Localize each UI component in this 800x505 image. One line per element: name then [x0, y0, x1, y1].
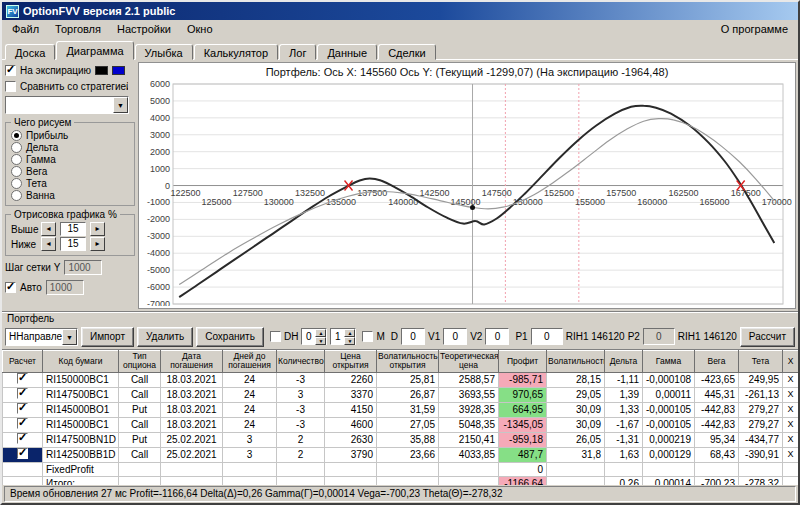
gamma-cell: 0,000219: [643, 432, 695, 447]
column-header-Волатильность[interactable]: Волатильность: [547, 351, 605, 373]
row-calc-cell[interactable]: [3, 372, 43, 387]
dh-spinner-2[interactable]: 1 ▲▼: [330, 328, 356, 345]
row-calc-cell[interactable]: [3, 402, 43, 417]
app-window: FV OptionFVV версия 2.1 public ФайлТорго…: [0, 0, 800, 505]
column-header-Вега[interactable]: Вега: [695, 351, 739, 373]
chevron-down-icon[interactable]: ▼: [62, 329, 77, 345]
radio-option-Прибыль[interactable]: Прибыль: [11, 130, 131, 141]
save-button[interactable]: Сохранить: [196, 327, 264, 347]
column-header-Дней до погашения[interactable]: Дней до погашения: [223, 351, 277, 373]
column-header-Код бумаги[interactable]: Код бумаги: [43, 351, 119, 373]
chevron-down-icon[interactable]: ▼: [113, 97, 128, 113]
column-header-Цена открытия[interactable]: Цена открытия: [325, 351, 377, 373]
radio-label: Дельта: [26, 142, 58, 153]
row-delete-button[interactable]: X: [783, 402, 799, 417]
import-button[interactable]: Импорт: [81, 327, 134, 347]
row-calc-cell[interactable]: [3, 417, 43, 432]
row-checkbox[interactable]: [17, 433, 28, 444]
column-header-Гамма[interactable]: Гамма: [643, 351, 695, 373]
p1-input[interactable]: [531, 328, 563, 345]
row-checkbox[interactable]: [17, 373, 28, 384]
strategy-combo[interactable]: ▼: [5, 96, 129, 114]
column-header-Профит[interactable]: Профит: [499, 351, 547, 373]
above-decrease-button[interactable]: ◂: [41, 222, 56, 236]
grid-step-input[interactable]: 1000: [64, 260, 102, 275]
open-volatility-cell: 35,88: [377, 432, 439, 447]
row-checkbox[interactable]: [17, 418, 28, 429]
dh-spinner-1[interactable]: 0 ▲▼: [301, 328, 327, 345]
radio-option-Вега[interactable]: Вега: [11, 166, 131, 177]
table-cell: [783, 462, 799, 476]
compare-option[interactable]: Сравнить со стратегией: [5, 81, 135, 92]
column-header-Расчет[interactable]: Расчет: [3, 351, 43, 373]
column-header-Волатильность открытия[interactable]: Волатильность открытия: [377, 351, 439, 373]
column-header-Количество[interactable]: Количество: [277, 351, 325, 373]
direction-combo[interactable]: ННаправле ▼: [5, 328, 78, 346]
v2-input[interactable]: [485, 328, 509, 345]
radio-option-Ванна[interactable]: Ванна: [11, 190, 131, 201]
p2-input[interactable]: [643, 328, 675, 345]
row-delete-button[interactable]: X: [783, 432, 799, 447]
menu-Файл[interactable]: Файл: [4, 21, 47, 37]
days-to-expiry-cell: 3: [223, 447, 277, 462]
row-delete-button[interactable]: X: [783, 447, 799, 462]
column-header-X[interactable]: X: [783, 351, 799, 373]
below-increase-button[interactable]: ▸: [90, 237, 105, 251]
profit-cell: 0: [499, 462, 547, 476]
column-header-Тип опциона[interactable]: Тип опциона: [119, 351, 161, 373]
menu-Окно[interactable]: Окно: [179, 21, 221, 37]
calculate-button[interactable]: Рассчит: [740, 327, 795, 347]
expiration-color-swatch[interactable]: [95, 66, 108, 75]
tab-Калькулятор[interactable]: Калькулятор: [194, 44, 278, 60]
radio-option-Тета[interactable]: Тета: [11, 178, 131, 189]
row-calc-cell[interactable]: [3, 447, 43, 462]
svg-text:6000: 6000: [150, 80, 170, 89]
spin-down-icon[interactable]: ▼: [315, 337, 326, 345]
expiration-option[interactable]: На экспирацию: [5, 65, 135, 76]
payoff-chart[interactable]: 6000500040003000200010000-1000-2000-3000…: [139, 80, 793, 306]
row-calc-cell[interactable]: [3, 432, 43, 447]
compare-checkbox[interactable]: [5, 81, 16, 92]
svg-text:4000: 4000: [150, 113, 170, 123]
svg-text:152500: 152500: [544, 188, 574, 198]
auto-step-input[interactable]: 1000: [46, 280, 84, 295]
row-checkbox[interactable]: [17, 388, 28, 399]
tab-Лог[interactable]: Лог: [279, 44, 316, 60]
spin-up-icon[interactable]: ▲: [315, 329, 326, 337]
tab-Диаграмма[interactable]: Диаграмма: [56, 41, 133, 60]
below-decrease-button[interactable]: ◂: [41, 237, 56, 251]
column-header-Дельта[interactable]: Дельта: [605, 351, 643, 373]
tab-Данные[interactable]: Данные: [317, 44, 377, 60]
m-checkbox[interactable]: [362, 331, 373, 342]
row-calc-cell[interactable]: [3, 387, 43, 402]
expiration-checkbox[interactable]: [5, 65, 16, 76]
menu-Настройки[interactable]: Настройки: [109, 21, 179, 37]
tab-Доска[interactable]: Доска: [5, 44, 55, 60]
above-increase-button[interactable]: ▸: [90, 222, 105, 236]
dh-checkbox[interactable]: [270, 331, 281, 342]
row-checkbox[interactable]: [17, 403, 28, 414]
svg-text:1000: 1000: [150, 164, 170, 174]
table-cell: [439, 476, 499, 485]
row-delete-button[interactable]: X: [783, 387, 799, 402]
title-bar[interactable]: FV OptionFVV версия 2.1 public: [2, 2, 798, 20]
tab-Улыбка[interactable]: Улыбка: [135, 44, 193, 60]
radio-option-Гамма[interactable]: Гамма: [11, 154, 131, 165]
tab-Сделки[interactable]: Сделки: [378, 44, 436, 60]
menu-about[interactable]: О программе: [713, 21, 796, 37]
column-header-Тета[interactable]: Тета: [739, 351, 783, 373]
row-delete-button[interactable]: X: [783, 372, 799, 387]
column-header-Теоретическая цена[interactable]: Теоретическая цена: [439, 351, 499, 373]
row-delete-button[interactable]: X: [783, 417, 799, 432]
menu-Торговля[interactable]: Торговля: [47, 21, 109, 37]
auto-checkbox[interactable]: [5, 282, 16, 293]
spin-up-icon[interactable]: ▲: [344, 329, 355, 337]
d-input[interactable]: [401, 328, 425, 345]
spin-down-icon[interactable]: ▼: [344, 337, 355, 345]
row-checkbox[interactable]: [17, 448, 28, 459]
v1-input[interactable]: [443, 328, 467, 345]
current-color-swatch[interactable]: [112, 66, 125, 75]
delete-button[interactable]: Удалить: [137, 327, 193, 347]
column-header-Дата погашения[interactable]: Дата погашения: [161, 351, 223, 373]
radio-option-Дельта[interactable]: Дельта: [11, 142, 131, 153]
